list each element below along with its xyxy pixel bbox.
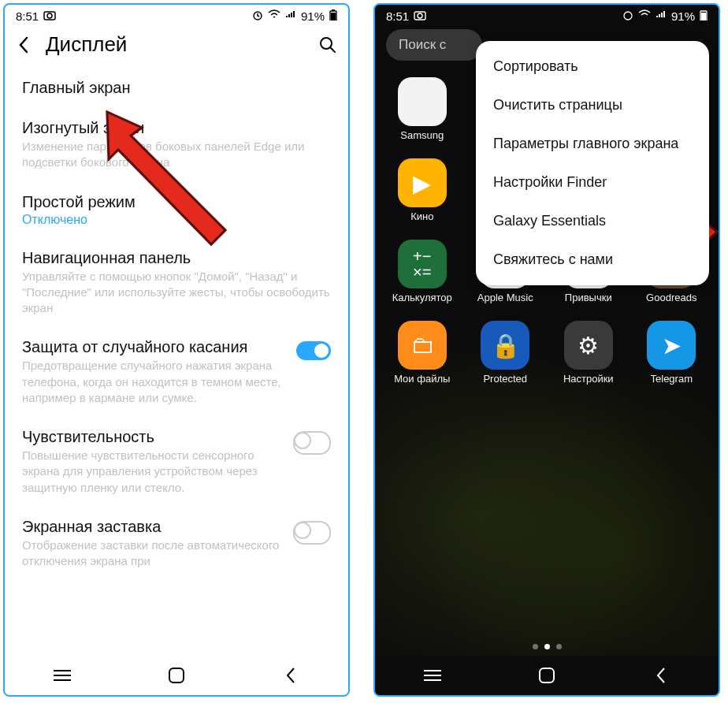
item-desc: Отображение заставки после автоматическо… (22, 537, 285, 570)
context-menu: Сортировать Очистить страницы Параметры … (476, 41, 709, 285)
search-button[interactable] (318, 35, 337, 54)
item-title: Навигационная панель (22, 249, 331, 267)
item-desc: Повышение чувствительности сенсорного эк… (22, 448, 285, 496)
search-placeholder: Поиск с (399, 37, 446, 53)
app-label: Настройки (563, 373, 614, 385)
item-title: Экранная заставка (22, 518, 285, 536)
menu-contact-us[interactable]: Свяжитесь с нами (476, 240, 709, 279)
menu-finder-settings[interactable]: Настройки Finder (476, 163, 709, 202)
pager (375, 644, 719, 649)
nav-back[interactable] (650, 667, 672, 684)
pager-dot[interactable] (556, 644, 562, 649)
app-icon: +−×= (398, 240, 447, 288)
nav-recent[interactable] (422, 667, 444, 684)
item-home-screen[interactable]: Главный экран (5, 68, 348, 108)
toggle-accidental-touch[interactable] (296, 341, 331, 360)
app-calculator[interactable]: +−×= Калькулятор (383, 240, 462, 303)
menu-home-settings[interactable]: Параметры главного экрана (476, 125, 709, 163)
app-label: Мои файлы (394, 373, 450, 385)
camera-icon (414, 9, 426, 23)
app-label: Кино (410, 210, 433, 222)
phone-right-launcher: 8:51 91% Поиск с Samsung ▶ Кино (373, 3, 720, 697)
header: Дисплей (5, 24, 348, 61)
item-title: Изогнутый экран (22, 119, 331, 137)
toggle-screensaver[interactable] (293, 521, 331, 545)
item-title: Защита от случайного касания (22, 338, 288, 356)
app-settings[interactable]: ⚙ Настройки (549, 321, 628, 385)
app-icon: ▶ (398, 158, 447, 207)
svg-point-11 (624, 12, 632, 20)
battery-text: 91% (301, 9, 325, 23)
svg-point-1 (47, 13, 52, 18)
search-field[interactable]: Поиск с (386, 29, 482, 61)
status-time: 8:51 (386, 9, 409, 23)
battery-text: 91% (671, 9, 695, 23)
item-desc: Управляйте с помощью кнопок "Домой", "На… (22, 269, 331, 317)
nav-back[interactable] (280, 667, 302, 684)
settings-list: Главный экран Изогнутый экран Изменение … (5, 61, 348, 580)
page-title: Дисплей (46, 32, 304, 57)
app-icon: ➤ (647, 321, 696, 370)
item-screensaver[interactable]: Экранная заставка Отображение заставки п… (5, 507, 348, 581)
svg-rect-8 (169, 668, 184, 683)
signal-icon (285, 9, 296, 23)
item-simple-mode[interactable]: Простой режим Отключено (5, 182, 348, 238)
item-title: Простой режим (22, 193, 331, 211)
app-my-files[interactable]: 🗀 Мои файлы (383, 321, 462, 385)
battery-icon (700, 9, 708, 23)
menu-clear-pages[interactable]: Очистить страницы (476, 86, 709, 125)
status-time: 8:51 (16, 9, 39, 23)
item-desc: Предотвращение случайного нажатия экрана… (22, 358, 288, 406)
app-samsung[interactable]: Samsung (383, 77, 462, 141)
wifi-icon (268, 9, 280, 23)
item-edge-screen[interactable]: Изогнутый экран Изменение параметров бок… (5, 108, 348, 182)
svg-rect-4 (332, 9, 335, 11)
battery-icon (329, 9, 337, 23)
app-protected[interactable]: 🔒 Protected (466, 321, 545, 385)
nav-recent[interactable] (51, 667, 73, 684)
app-label: Goodreads (646, 292, 696, 303)
wifi-icon (638, 9, 651, 23)
app-label: Samsung (400, 129, 444, 141)
status-bar: 8:51 91% (375, 5, 719, 24)
nav-home[interactable] (536, 667, 558, 684)
svg-rect-15 (540, 668, 554, 683)
nav-bar (5, 656, 348, 695)
app-label: Калькулятор (392, 292, 452, 303)
gear-icon: ⚙ (564, 321, 613, 370)
pager-dot-active[interactable] (544, 644, 550, 649)
pager-dot[interactable] (533, 644, 538, 649)
item-desc: Изменение параметров боковых панелей Edg… (22, 139, 331, 171)
app-label: Telegram (651, 373, 693, 385)
phone-left-settings: 8:51 91% Дисплей Главный экран Изогнутый… (3, 3, 350, 697)
alarm-icon (252, 9, 263, 23)
nav-bar (375, 656, 719, 695)
svg-point-10 (418, 13, 422, 18)
item-nav-bar[interactable]: Навигационная панель Управляйте с помощь… (5, 238, 348, 328)
app-icon: 🗀 (398, 321, 447, 370)
item-status: Отключено (22, 213, 331, 227)
app-kino[interactable]: ▶ Кино (383, 158, 462, 222)
alarm-icon (622, 9, 633, 23)
back-button[interactable] (16, 35, 32, 55)
item-title: Главный экран (22, 79, 331, 97)
svg-rect-13 (701, 13, 706, 20)
menu-galaxy-essentials[interactable]: Galaxy Essentials (476, 202, 709, 240)
app-icon: 🔒 (481, 321, 529, 370)
nav-home[interactable] (165, 667, 188, 684)
app-label: Apple Music (477, 292, 533, 303)
item-accidental-touch[interactable]: Защита от случайного касания Предотвраще… (5, 327, 348, 417)
folder-icon (398, 77, 447, 126)
app-label: Привычки (565, 292, 612, 303)
status-bar: 8:51 91% (5, 5, 348, 24)
app-telegram[interactable]: ➤ Telegram (633, 321, 711, 385)
camera-icon (43, 9, 56, 23)
item-title: Чувствительность (22, 428, 285, 446)
signal-icon (656, 9, 667, 23)
item-sensitivity[interactable]: Чувствительность Повышение чувствительно… (5, 417, 348, 507)
svg-rect-5 (331, 13, 336, 20)
menu-sort[interactable]: Сортировать (476, 47, 709, 86)
toggle-sensitivity[interactable] (293, 431, 331, 455)
app-label: Protected (483, 373, 527, 385)
